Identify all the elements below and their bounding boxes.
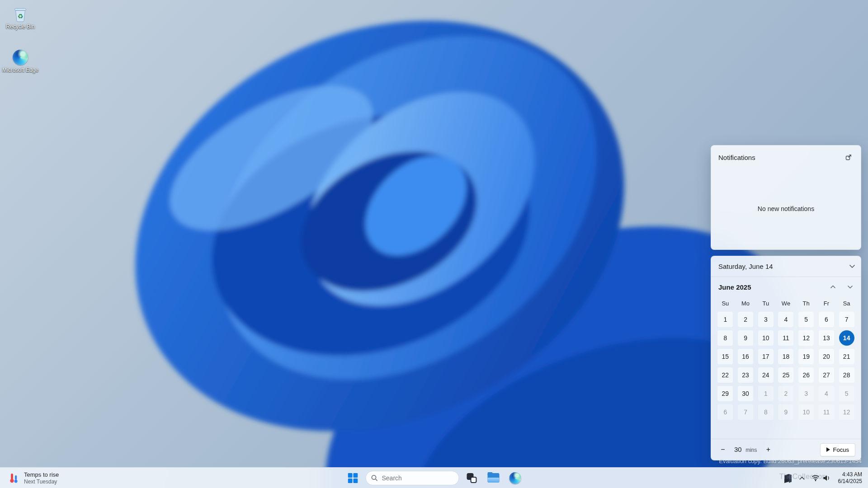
desktop-icon-edge[interactable]: Microsoft Edge [1, 49, 40, 73]
calendar-month-label: June 2025 [718, 283, 751, 291]
widget-headline: Temps to rise [24, 471, 59, 479]
play-icon [826, 447, 830, 452]
calendar-day[interactable]: 29 [717, 386, 733, 401]
calendar-day[interactable]: 16 [738, 349, 753, 364]
calendar-date-header[interactable]: Saturday, June 14 [711, 256, 861, 277]
taskbar-search[interactable] [366, 471, 459, 485]
calendar-day[interactable]: 27 [819, 367, 834, 383]
file-explorer-button[interactable] [485, 469, 503, 487]
calendar-dow: We [776, 297, 796, 310]
widgets-button[interactable]: Temps to rise Next Tuesday [4, 469, 63, 487]
calendar-day[interactable]: 17 [758, 349, 774, 364]
windows-logo-icon [348, 473, 358, 483]
tray-date: 6/14/2025 [838, 478, 862, 485]
calendar-day[interactable]: 18 [778, 349, 793, 364]
search-input[interactable] [382, 474, 464, 482]
edge-icon [509, 472, 521, 484]
calendar-day[interactable]: 4 [819, 386, 834, 401]
calendar-day[interactable]: 25 [778, 367, 793, 383]
focus-plus-button[interactable]: + [763, 444, 774, 455]
notifications-expand-icon[interactable] [843, 151, 854, 163]
calendar-day[interactable]: 11 [819, 404, 834, 420]
calendar-dow: Tu [755, 297, 776, 310]
search-icon [371, 474, 378, 482]
desktop: ♻ Recycle Bin Microsoft Edge Notificatio… [0, 0, 868, 488]
edge-taskbar-button[interactable] [506, 469, 524, 487]
calendar-day[interactable]: 12 [839, 404, 854, 420]
notifications-panel: Notifications No new notifications [711, 145, 861, 250]
calendar-next-month-icon[interactable] [844, 281, 856, 293]
calendar-day[interactable]: 19 [798, 349, 814, 364]
calendar-day[interactable]: 26 [798, 367, 814, 383]
start-button[interactable] [344, 469, 362, 487]
widget-subtext: Next Tuesday [24, 479, 59, 485]
focus-session-bar: − 30 mins + Focus [711, 439, 861, 460]
notifications-title: Notifications [718, 154, 755, 161]
task-view-button[interactable] [463, 469, 481, 487]
tray-clock[interactable]: 4:43 AM 6/14/2025 [834, 471, 866, 485]
calendar-day[interactable]: 1 [717, 312, 733, 327]
taskbar: Temps to rise Next Tuesday [0, 467, 868, 488]
calendar-dow: Th [796, 297, 816, 310]
calendar-day[interactable]: 9 [738, 330, 753, 346]
calendar-day[interactable]: 3 [758, 312, 774, 327]
calendar-day[interactable]: 21 [839, 349, 854, 364]
calendar-grid: SuMoTuWeThFrSa12345678910111213141516171… [711, 297, 861, 422]
calendar-day[interactable]: 11 [778, 330, 793, 346]
thermometer-icon [8, 472, 20, 484]
file-explorer-icon [488, 473, 500, 483]
no-notifications-message: No new notifications [711, 205, 861, 212]
desktop-icon-label: Microsoft Edge [2, 67, 38, 73]
calendar-day[interactable]: 30 [738, 386, 753, 401]
calendar-day[interactable]: 7 [738, 404, 753, 420]
calendar-day[interactable]: 13 [819, 330, 834, 346]
evaluation-watermark: Evaluation copy. Build 26063_prerelease.… [719, 458, 862, 465]
focus-minus-button[interactable]: − [717, 444, 728, 455]
svg-text:♻: ♻ [18, 13, 24, 20]
focus-duration-value: 30 [734, 446, 742, 453]
tray-time: 4:43 AM [838, 471, 862, 478]
focus-duration-unit: mins [745, 447, 757, 453]
calendar-day[interactable]: 9 [778, 404, 793, 420]
calendar-day[interactable]: 2 [738, 312, 753, 327]
focus-button-label: Focus [833, 446, 849, 453]
calendar-day[interactable]: 8 [758, 404, 774, 420]
focus-duration-stepper: − 30 mins + [717, 444, 774, 455]
desktop-icon-recycle-bin[interactable]: ♻ Recycle Bin [1, 5, 40, 30]
calendar-day[interactable]: 3 [798, 386, 814, 401]
calendar-day[interactable]: 6 [819, 312, 834, 327]
recycle-bin-icon: ♻ [12, 5, 29, 23]
desktop-icon-label: Recycle Bin [6, 24, 34, 30]
calendar-dow: Sa [836, 297, 857, 310]
calendar-date-label: Saturday, June 14 [718, 263, 773, 270]
calendar-day[interactable]: 5 [798, 312, 814, 327]
calendar-day[interactable]: 7 [839, 312, 854, 327]
calendar-day-selected[interactable]: 14 [839, 330, 854, 346]
calendar-day[interactable]: 10 [758, 330, 774, 346]
calendar-day[interactable]: 12 [798, 330, 814, 346]
calendar-day[interactable]: 2 [778, 386, 793, 401]
focus-button[interactable]: Focus [820, 443, 855, 456]
calendar-prev-month-icon[interactable] [826, 281, 839, 293]
calendar-day[interactable]: 22 [717, 367, 733, 383]
calendar-dow: Mo [736, 297, 756, 310]
calendar-day[interactable]: 23 [738, 367, 753, 383]
calendar-dow: Su [715, 297, 736, 310]
calendar-panel: Saturday, June 14 June 2025 SuMoTuWeThFr… [711, 256, 861, 460]
calendar-day[interactable]: 1 [758, 386, 774, 401]
calendar-day[interactable]: 5 [839, 386, 854, 401]
edge-icon [12, 49, 29, 66]
calendar-day[interactable]: 10 [798, 404, 814, 420]
calendar-day[interactable]: 15 [717, 349, 733, 364]
task-view-icon [467, 473, 477, 483]
calendar-day[interactable]: 6 [717, 404, 733, 420]
calendar-dow: Fr [816, 297, 837, 310]
chevron-down-icon[interactable] [849, 264, 855, 268]
taskbar-center [344, 469, 524, 487]
calendar-day[interactable]: 24 [758, 367, 774, 383]
calendar-day[interactable]: 20 [819, 349, 834, 364]
calendar-day[interactable]: 8 [717, 330, 733, 346]
calendar-day[interactable]: 28 [839, 367, 854, 383]
calendar-day[interactable]: 4 [778, 312, 793, 327]
source-watermark: TheCollection [779, 473, 826, 481]
